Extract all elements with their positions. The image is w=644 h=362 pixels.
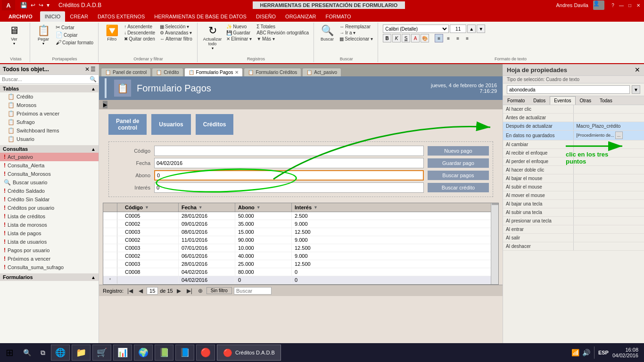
nav-current-input[interactable] xyxy=(147,287,158,295)
table-row[interactable]: C0002 06/01/2016 40.000 9.000 xyxy=(103,252,498,260)
sidebar-close-btn[interactable]: ✕ xyxy=(85,66,90,73)
sidebar-item-pagos-usuario[interactable]: ! Pagos por usuario xyxy=(0,246,99,255)
sidebar-item-consulta-suma[interactable]: ! Consulta_suma_sufrago xyxy=(0,263,99,272)
quitar-orden-btn[interactable]: ✖ Quitar orden xyxy=(122,36,157,42)
nav-new-btn[interactable]: ⊕ xyxy=(196,287,205,295)
sidebar-item-lista-usuarios[interactable]: ! Lista de usuarios xyxy=(0,238,99,246)
actualizar-btn[interactable]: ↻ Actualizartodo ▾ xyxy=(201,24,224,51)
descendente-btn[interactable]: ↓ Descendente xyxy=(122,30,157,36)
prop-tab-datos[interactable]: Datos xyxy=(529,96,550,105)
alternar-filtro-btn[interactable]: ↔ Alternar filtro xyxy=(158,36,194,42)
taskbar-app-excel2[interactable]: 📗 xyxy=(155,345,173,361)
table-row[interactable]: C0005 28/01/2016 50.000 2.500 xyxy=(103,212,498,220)
ortografia-btn[interactable]: ABC Revisión ortográfica xyxy=(255,30,311,36)
buscar-credito-btn[interactable]: Buscar crédito xyxy=(428,183,489,192)
eliminar-btn[interactable]: ✕ Eliminar ▾ xyxy=(224,36,254,42)
tab-archivo[interactable]: ARCHIVO xyxy=(2,11,39,22)
cortar-btn[interactable]: ✂ Cortar xyxy=(54,24,95,31)
formularios-section-header[interactable]: Formularios ▲ xyxy=(0,273,99,281)
font-family-select[interactable]: Calibri (Detalle) xyxy=(383,25,449,33)
sidebar-item-usuario[interactable]: 📋 Usuario xyxy=(0,135,99,143)
copiar-btn[interactable]: 📄 Copiar xyxy=(54,31,95,39)
sidebar-options-btn[interactable]: ☰ xyxy=(91,66,96,73)
abono-input[interactable] xyxy=(154,170,424,181)
doc-tab-credito[interactable]: 📋 Crédito xyxy=(152,68,183,76)
usuarios-btn[interactable]: Usuarios xyxy=(151,114,190,135)
table-row[interactable]: * 04/02/2016 0 0 xyxy=(103,276,498,284)
align-justify-btn[interactable]: ≡ xyxy=(463,34,471,42)
taskbar-app-store[interactable]: 🛒 xyxy=(92,345,111,361)
nav-prev-btn[interactable]: ◀ xyxy=(137,287,145,295)
taskbar-app-ie[interactable]: 🌐 xyxy=(51,345,70,361)
taskbar-app-chrome[interactable]: 🌍 xyxy=(134,345,153,361)
qat-more-btn[interactable]: ▾ xyxy=(45,1,51,9)
nav-next-btn[interactable]: ▶ xyxy=(175,287,183,295)
table-scrollbar[interactable] xyxy=(491,203,498,284)
table-row[interactable]: C0003 28/01/2016 25.000 12.500 xyxy=(103,260,498,268)
maximize-btn[interactable]: □ xyxy=(626,1,634,9)
sidebar-item-credito[interactable]: 📋 Crédito xyxy=(0,92,99,101)
guardar-pago-btn[interactable]: Guardar pago xyxy=(428,158,489,168)
table-row[interactable]: C0002 09/01/2016 35.000 9.000 xyxy=(103,220,498,228)
totales-btn[interactable]: Σ Totales xyxy=(255,24,311,30)
tables-section-header[interactable]: Tablas ▲ xyxy=(0,85,99,92)
taskbar-app-excel[interactable]: 📊 xyxy=(113,345,132,361)
tab-inicio[interactable]: INICIO xyxy=(40,11,66,22)
prop-tab-formato[interactable]: Formato xyxy=(503,96,529,105)
font-color-btn[interactable]: A xyxy=(411,34,420,42)
highlight-btn[interactable]: 🎨 xyxy=(421,34,429,42)
table-row[interactable]: C0003 08/01/2016 15.000 12.500 xyxy=(103,228,498,236)
seleccion-btn[interactable]: ▦ Selección ▾ xyxy=(158,24,194,30)
sidebar-item-proximos-vencer[interactable]: ! Próximos a vencer xyxy=(0,255,99,263)
fecha-input[interactable] xyxy=(154,158,424,168)
panel-control-btn[interactable]: Panel decontrol xyxy=(108,114,147,135)
buscar-pagos-btn[interactable]: Buscar pagos xyxy=(428,171,489,180)
th-fecha[interactable]: Fecha ▼ xyxy=(179,203,235,212)
copiar-formato-btn[interactable]: 🖌 Copiar formato xyxy=(54,39,95,46)
redo-btn[interactable]: ↪ xyxy=(37,1,45,9)
taskbar-app-explorer[interactable]: 📁 xyxy=(72,345,91,361)
start-btn[interactable]: ⊞ xyxy=(2,345,17,361)
tab-herramientas-bd[interactable]: HERRAMIENTAS DE BASE DE DATOS xyxy=(149,11,251,22)
nav-selector-arrow[interactable]: ▶ xyxy=(103,101,107,108)
sidebar-item-lista-morosos[interactable]: ! Lista de morosos xyxy=(0,221,99,229)
interes-input[interactable] xyxy=(154,182,424,193)
bold-btn[interactable]: B xyxy=(383,34,391,42)
font-size-input[interactable] xyxy=(450,25,466,33)
save-quick-btn[interactable]: 💾 xyxy=(19,1,29,9)
prop-tab-eventos[interactable]: Eventos xyxy=(550,96,575,105)
search-taskbar-btn[interactable]: 🔍 xyxy=(19,345,35,361)
access-icon[interactable]: A xyxy=(2,0,15,10)
table-row[interactable]: C0002 11/01/2016 90.000 9.000 xyxy=(103,236,498,244)
nuevo-btn[interactable]: ✨ Nuevo xyxy=(224,24,254,30)
prop-value[interactable]: Macro_Plazo_crédito xyxy=(574,122,644,130)
nuevo-pago-btn[interactable]: Nuevo pago xyxy=(428,146,489,156)
task-view-btn[interactable]: ⧉ xyxy=(37,345,49,361)
align-center-btn[interactable]: ≡ xyxy=(444,34,453,42)
buscar-ribbon-btn[interactable]: 🔍 Buscar xyxy=(318,24,337,42)
prop-value[interactable]: [Procedimiento de... ... xyxy=(574,131,644,140)
sidebar-item-proximos[interactable]: 📋 Próximos a vencer xyxy=(0,109,99,118)
selection-type-input[interactable] xyxy=(507,85,630,94)
creditos-btn[interactable]: Créditos xyxy=(196,114,234,135)
sidebar-item-act-pasivo[interactable]: ! Act_pasivo xyxy=(0,153,99,161)
taskbar-app-word[interactable]: 📘 xyxy=(175,345,194,361)
minimize-btn[interactable]: — xyxy=(618,1,625,9)
sidebar-item-consulta-morosos[interactable]: ! Consulta_Morosos xyxy=(0,170,99,178)
consultas-section-header[interactable]: Consultas ▲ xyxy=(0,145,99,153)
th-interes[interactable]: Interés ▼ xyxy=(292,203,348,212)
sidebar-item-credito-sin-saldar[interactable]: ! Crédito Sin Saldar xyxy=(0,195,99,204)
pegar-btn[interactable]: 📋 Pegar ▾ xyxy=(34,24,53,47)
tab-organizar[interactable]: ORGANIZAR xyxy=(281,11,321,22)
table-row[interactable]: C0003 07/01/2016 10.000 12.500 xyxy=(103,244,498,252)
nav-first-btn[interactable]: |◀ xyxy=(125,287,135,295)
sidebar-item-consulta-alerta[interactable]: ! Consulta_Alerta xyxy=(0,161,99,170)
close-btn[interactable]: ✕ xyxy=(635,1,642,9)
guardar-ribbon-btn[interactable]: 💾 Guardar xyxy=(224,30,254,36)
tab-crear[interactable]: CREAR xyxy=(65,11,93,22)
sidebar-item-switchboard[interactable]: 📋 Switchboard Items xyxy=(0,126,99,135)
codigo-input[interactable] xyxy=(154,146,424,156)
italic-btn[interactable]: K xyxy=(392,34,401,42)
tab-formato[interactable]: FORMATO xyxy=(321,11,356,22)
prop-value-dots-btn[interactable]: ... xyxy=(615,132,623,139)
